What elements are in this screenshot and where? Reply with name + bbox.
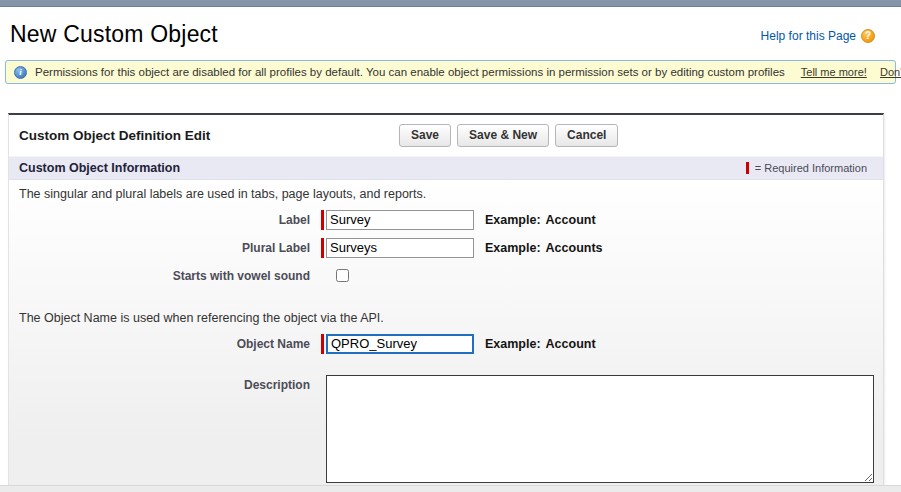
permissions-info-banner: i Permissions for this object are disabl… — [5, 60, 896, 84]
banner-links: Tell me more! Don't show this message ag… — [791, 66, 901, 78]
plural-label-field-row: Plural Label Example:Accounts — [13, 236, 883, 259]
label-field-row: Label Example:Account — [13, 208, 883, 231]
example-prefix: Example: — [485, 337, 541, 351]
save-button[interactable]: Save — [399, 124, 451, 147]
action-button-group: Save Save & New Cancel — [399, 115, 618, 156]
required-indicator-icon — [746, 162, 749, 174]
labels-intro-text: The singular and plural labels are used … — [19, 187, 883, 201]
help-link[interactable]: Help for this Page — [761, 29, 856, 43]
page-title: New Custom Object — [10, 21, 218, 48]
required-legend-text: = Required Information — [755, 162, 867, 174]
panel-title: Custom Object Definition Edit — [19, 128, 210, 143]
window-top-bar — [0, 0, 901, 7]
section-title: Custom Object Information — [19, 161, 180, 175]
plural-example: Example:Accounts — [485, 241, 603, 255]
example-value: Accounts — [546, 241, 603, 255]
example-prefix: Example: — [485, 241, 541, 255]
banner-message: Permissions for this object are disabled… — [35, 66, 785, 78]
required-indicator — [321, 238, 324, 258]
required-legend: = Required Information — [746, 162, 867, 174]
example-value: Account — [546, 337, 596, 351]
tell-me-more-link[interactable]: Tell me more! — [801, 66, 867, 78]
custom-object-edit-panel: Custom Object Definition Edit Save Save … — [8, 113, 884, 485]
section-header: Custom Object Information = Required Inf… — [9, 156, 883, 180]
panel-header: Custom Object Definition Edit Save Save … — [9, 115, 883, 156]
api-intro-text: The Object Name is used when referencing… — [19, 311, 883, 325]
description-label: Description — [13, 375, 310, 392]
description-field-row: Description — [13, 375, 883, 483]
vowel-sound-label: Starts with vowel sound — [13, 269, 310, 283]
plural-label-input[interactable] — [326, 238, 474, 258]
label-input[interactable] — [326, 210, 474, 230]
starts-with-vowel-checkbox[interactable] — [336, 269, 349, 282]
page-header: New Custom Object Help for this Page ? — [0, 7, 901, 60]
description-textarea[interactable] — [326, 375, 874, 483]
object-name-input[interactable] — [326, 334, 474, 354]
help-question-icon[interactable]: ? — [861, 29, 875, 43]
required-indicator — [321, 334, 324, 354]
dont-show-message-link[interactable]: Don't show this message again — [880, 66, 901, 78]
label-field-label: Label — [13, 213, 310, 227]
save-and-new-button[interactable]: Save & New — [457, 124, 549, 147]
help-for-this-page[interactable]: Help for this Page ? — [761, 29, 875, 43]
label-example: Example:Account — [485, 213, 596, 227]
object-name-field-row: Object Name Example:Account — [13, 332, 883, 355]
example-value: Account — [546, 213, 596, 227]
object-name-label: Object Name — [13, 337, 310, 351]
example-prefix: Example: — [485, 213, 541, 227]
plural-label-field-label: Plural Label — [13, 241, 310, 255]
object-name-example: Example:Account — [485, 337, 596, 351]
page-bottom-strip — [0, 485, 901, 492]
form-body: The singular and plural labels are used … — [9, 180, 883, 485]
cancel-button[interactable]: Cancel — [555, 124, 618, 147]
vowel-sound-field-row: Starts with vowel sound — [13, 264, 883, 287]
required-indicator — [321, 210, 324, 230]
info-icon: i — [14, 66, 27, 79]
